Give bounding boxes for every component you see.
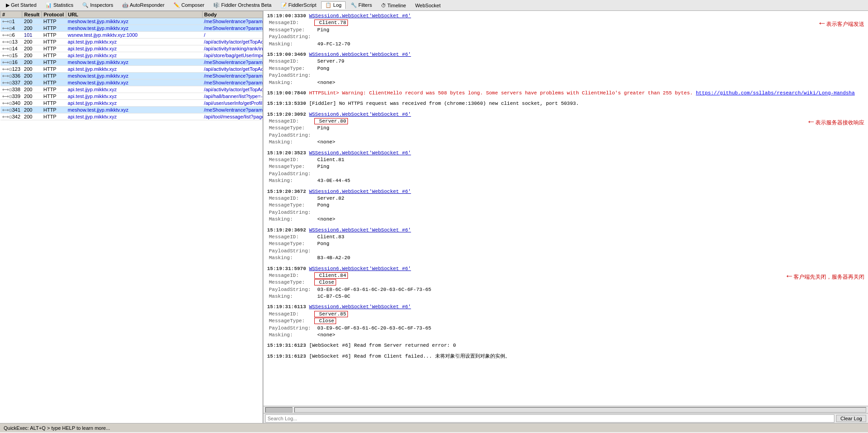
session-host: api.test.jjyp.mikktv.xyz bbox=[66, 100, 202, 107]
log-entry: 15:19:20:3692 WSSession6.WebSocket'WebSo… bbox=[267, 227, 864, 262]
log-field-value: Server.79 bbox=[314, 59, 344, 64]
table-row[interactable]: ⟷⊙13200HTTPapi.test.jjyp.mikktv.xyz/api/… bbox=[0, 39, 263, 45]
col-body[interactable]: Body bbox=[202, 11, 263, 18]
table-row[interactable]: ⟷⊙123200HTTPapi.test.jjyp.mikktv.xyz/api… bbox=[0, 66, 263, 73]
tab-autoresponder[interactable]: 🤖 AutoResponder bbox=[118, 1, 169, 9]
session-url: /meShow/entrance?parameter=%7B%22platfor… bbox=[202, 107, 263, 113]
session-url: /meShow/entrance?parameter=%7B%22platfor… bbox=[202, 79, 263, 86]
search-input[interactable] bbox=[265, 414, 834, 423]
log-left-content: 15:19:31:5970 WSSession6.WebSocket'WebSo… bbox=[267, 266, 773, 300]
log-field-value: 03-E9-6C-0F-63-61-6C-20-63-6C-6F-73-65 bbox=[314, 325, 431, 331]
tab-orchestra[interactable]: 🎼 Fiddler Orchestra Beta bbox=[209, 1, 276, 9]
log-panel: 15:19:00:3330 WSSession6.WebSocket'WebSo… bbox=[263, 11, 868, 423]
log-timestamp: 15:19:20:3672 bbox=[267, 189, 309, 194]
log-entry: 15:19:20:3523 WSSession6.WebSocket'WebSo… bbox=[267, 150, 864, 185]
log-field-line: MessageType: Pong bbox=[267, 65, 864, 72]
session-url: /meShow/entrance?parameter=%7B%22platfor… bbox=[202, 18, 263, 25]
log-field-line: Masking: 1C-B7-C5-0C bbox=[267, 293, 773, 300]
tab-composer[interactable]: ✏️ Composer bbox=[169, 1, 208, 9]
session-host: meshow.test.jjyp.mikktv.xyz bbox=[66, 79, 202, 86]
log-annotation: ← 表示服务器接收响应 bbox=[795, 111, 864, 128]
table-row[interactable]: ⟷⊙14200HTTPapi.test.jjyp.mikktv.xyz/api/… bbox=[0, 45, 263, 52]
session-protocol: HTTP bbox=[41, 79, 66, 86]
tab-log[interactable]: 📋 Log bbox=[321, 1, 345, 9]
log-ws-header[interactable]: WSSession6.WebSocket'WebSocket #6' bbox=[309, 52, 411, 57]
tab-timeline[interactable]: ⏱ Timeline bbox=[377, 2, 410, 9]
log-field-line: PayloadString: bbox=[267, 132, 795, 139]
table-row[interactable]: ⟷⊙16200HTTPmeshow.test.jjyp.mikktv.xyz/m… bbox=[0, 59, 263, 66]
table-row[interactable]: ⟷⊙341200HTTPmeshow.test.jjyp.mikktv.xyz/… bbox=[0, 107, 263, 113]
log-entry: 15:19:00:3330 WSSession6.WebSocket'WebSo… bbox=[267, 13, 864, 48]
session-url: /api/activity/actor/getTopActor bbox=[202, 39, 263, 45]
log-field-line: PayloadString: bbox=[267, 209, 864, 216]
session-id: ⟷⊙14 bbox=[0, 45, 22, 52]
log-annotation: ← 表示客户端发送 bbox=[806, 13, 864, 30]
clear-log-button[interactable]: Clear Log bbox=[836, 415, 866, 422]
session-protocol: HTTP bbox=[41, 93, 66, 100]
table-row[interactable]: ⟷⊙15200HTTPapi.test.jjyp.mikktv.xyz/api/… bbox=[0, 52, 263, 59]
session-id: ⟷⊙342 bbox=[0, 113, 22, 120]
log-field-line: PayloadString: 03-E9-6C-0F-63-61-6C-20-6… bbox=[267, 325, 864, 332]
table-row[interactable]: ⟷⊙340200HTTPapi.test.jjyp.mikktv.xyz/api… bbox=[0, 100, 263, 107]
table-row[interactable]: ⟷⊙342200HTTPapi.test.jjyp.mikktv.xyz/api… bbox=[0, 113, 263, 120]
log-field-key: PayloadString: bbox=[269, 209, 314, 216]
log-ws-header[interactable]: WSSession6.WebSocket'WebSocket #6' bbox=[309, 112, 411, 117]
table-row[interactable]: ⟷⊙6101HTTPwsnew.test.jjyp.mikktv.xyz:100… bbox=[0, 32, 263, 39]
log-field-key: MessageType: bbox=[269, 125, 314, 132]
log-ws-header[interactable]: WSSession6.WebSocket'WebSocket #6' bbox=[309, 266, 411, 271]
log-session-header-line: 15:19:31:6113 WSSession6.WebSocket'WebSo… bbox=[267, 304, 864, 339]
log-field-value-bordered: Server.85 bbox=[314, 311, 348, 317]
log-timestamp: 15:19:31:6123 bbox=[267, 343, 309, 348]
log-ws-header[interactable]: WSSession6.WebSocket'WebSocket #6' bbox=[309, 150, 411, 156]
table-row[interactable]: ⟷⊙1200HTTPmeshow.test.jjyp.mikktv.xyz/me… bbox=[0, 18, 263, 25]
tab-statistics[interactable]: 📊 Statistics bbox=[41, 1, 77, 9]
col-result[interactable]: Result bbox=[22, 11, 42, 18]
log-field-line: Masking: <none> bbox=[267, 332, 864, 339]
log-field-key: MessageID: bbox=[269, 118, 314, 125]
table-row[interactable]: ⟷⊙4200HTTPmeshow.test.jjyp.mikktv.xyz/me… bbox=[0, 25, 263, 32]
log-ws-header[interactable]: WSSession6.WebSocket'WebSocket #6' bbox=[309, 304, 411, 310]
session-url: /api/store/bag/getUserImperialEdictCount bbox=[202, 52, 263, 59]
log-ws-header[interactable]: WSSession6.WebSocket'WebSocket #6' bbox=[309, 227, 411, 233]
log-field-value: <none> bbox=[314, 216, 335, 222]
table-row[interactable]: ⟷⊙336200HTTPmeshow.test.jjyp.mikktv.xyz/… bbox=[0, 73, 263, 79]
col-protocol[interactable]: Protocol bbox=[41, 11, 66, 18]
session-protocol: HTTP bbox=[41, 107, 66, 113]
log-timestamp: 15:19:00:3469 bbox=[267, 52, 309, 57]
session-protocol: HTTP bbox=[41, 25, 66, 32]
log-field-key: MessageID: bbox=[269, 58, 314, 65]
log-session-header-line: 15:19:31:5970 WSSession6.WebSocket'WebSo… bbox=[267, 266, 864, 300]
log-ws-header[interactable]: WSSession6.WebSocket'WebSocket #6' bbox=[309, 189, 411, 194]
log-session-header-line: 15:19:20:3692 WSSession6.WebSocket'WebSo… bbox=[267, 227, 864, 262]
tab-websocket[interactable]: WebSocket bbox=[411, 2, 445, 9]
session-result: 200 bbox=[22, 113, 42, 120]
log-field-line: MessageID: Server.82 bbox=[267, 195, 864, 202]
log-field-value: Client.81 bbox=[314, 157, 344, 162]
tab-fiddlerscript[interactable]: 📝 FiddlerScript bbox=[277, 1, 321, 9]
log-field-line: Masking: <none> bbox=[267, 139, 795, 146]
tab-get-started[interactable]: ▶ Get Started bbox=[2, 1, 40, 9]
log-field-line: Masking: <none> bbox=[267, 79, 864, 86]
table-row[interactable]: ⟷⊙338200HTTPapi.test.jjyp.mikktv.xyz/api… bbox=[0, 86, 263, 93]
col-id[interactable]: # bbox=[0, 11, 22, 18]
log-field-line: MessageID: Client.78 bbox=[267, 20, 806, 26]
sessions-table[interactable]: # Result Protocol URL Body Caching ⟷⊙120… bbox=[0, 11, 263, 423]
session-result: 200 bbox=[22, 100, 42, 107]
table-row[interactable]: ⟷⊙339200HTTPapi.test.jjyp.mikktv.xyz/api… bbox=[0, 93, 263, 100]
session-protocol: HTTP bbox=[41, 39, 66, 45]
log-field-key: Masking: bbox=[269, 332, 314, 339]
scroll-thumb[interactable] bbox=[265, 407, 293, 413]
log-timestamp: 15:19:31:5970 bbox=[267, 266, 309, 271]
table-row[interactable]: ⟷⊙337200HTTPmeshow.test.jjyp.mikktv.xyz/… bbox=[0, 79, 263, 86]
col-url[interactable]: URL bbox=[66, 11, 202, 18]
session-id: ⟷⊙337 bbox=[0, 79, 22, 86]
log-ws-header[interactable]: WSSession6.WebSocket'WebSocket #6' bbox=[309, 13, 411, 19]
session-id: ⟷⊙336 bbox=[0, 73, 22, 79]
log-content[interactable]: 15:19:00:3330 WSSession6.WebSocket'WebSo… bbox=[263, 11, 868, 406]
tab-filters[interactable]: 🔧 Filters bbox=[347, 1, 376, 9]
log-field-value: Ping bbox=[314, 27, 329, 33]
log-timestamp: 15:19:00:3330 bbox=[267, 13, 309, 19]
info-text: [WebSocket #6] Read from Server returned… bbox=[309, 343, 456, 348]
tab-inspectors[interactable]: 🔍 Inspectors bbox=[78, 1, 117, 9]
warning-link[interactable]: https://github.com/ssllabs/research/wiki… bbox=[696, 90, 855, 96]
